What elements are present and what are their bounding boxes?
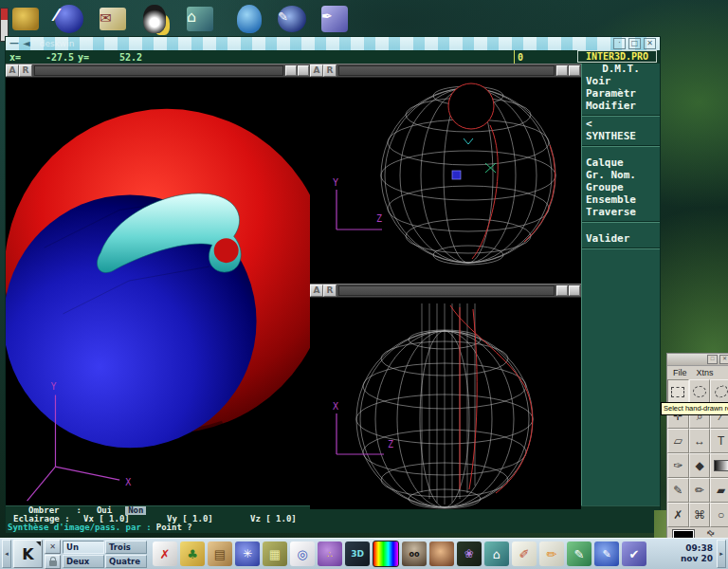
kde-sphere-icon[interactable] <box>53 4 85 34</box>
nav-wheel-icon[interactable] <box>235 541 260 566</box>
package-box-icon[interactable] <box>9 4 42 34</box>
blue-ant-icon[interactable] <box>233 4 265 34</box>
mail-stamp-icon[interactable] <box>97 4 129 34</box>
doc-viewer-icon[interactable] <box>290 541 315 566</box>
gradient-icon[interactable] <box>373 541 399 567</box>
side-axes <box>337 190 382 229</box>
viewport-win-button[interactable] <box>298 65 309 76</box>
3d-logo-icon[interactable] <box>345 541 370 566</box>
panel-hide-right-button[interactable]: ▸ <box>717 540 726 568</box>
toolbox-maximize-button[interactable]: □ <box>707 355 718 364</box>
tux-files-icon[interactable] <box>138 4 171 34</box>
package-box-glyph <box>12 8 39 30</box>
shade-icon[interactable]: — <box>9 39 19 48</box>
flowers-icon[interactable] <box>457 541 482 566</box>
image-viewer-icon[interactable] <box>429 541 454 566</box>
vz-value[interactable]: Vz [ 1.0] <box>250 515 334 523</box>
viewport-drag-bar[interactable] <box>338 65 555 76</box>
notebook-icon[interactable] <box>567 541 592 566</box>
notes-check-icon[interactable] <box>622 541 646 566</box>
airbrush-tool[interactable]: ✗ <box>667 503 689 527</box>
file-cabinet-icon[interactable] <box>208 541 232 566</box>
menu-item-modifier[interactable]: Modifier <box>582 101 660 113</box>
viewport-r-button[interactable]: R <box>19 64 32 77</box>
viewport-shaded: A R <box>6 64 310 505</box>
viewport-drag-bar[interactable] <box>338 285 555 296</box>
clone-tool[interactable]: ⌘ <box>689 503 711 527</box>
rect-select-icon <box>671 387 684 397</box>
rect-select-tool[interactable] <box>667 379 689 404</box>
toolbox-titlebar[interactable]: □ ✕ <box>667 354 728 366</box>
ellipse-select-tool[interactable] <box>689 379 711 404</box>
side-view-canvas[interactable]: Y Z <box>310 78 581 284</box>
viewport-win-button[interactable] <box>556 65 568 76</box>
flip-tool[interactable]: ↔ <box>689 429 711 453</box>
color-picker-tool[interactable]: ✑ <box>667 453 689 478</box>
toolbox-menu-xtns[interactable]: Xtns <box>697 368 714 377</box>
synthese-question-label: Synthèse d'image/pass. par : <box>8 523 152 532</box>
minimize-button[interactable]: · <box>613 38 626 49</box>
globe-draw-icon[interactable] <box>594 541 619 566</box>
pencil-tool[interactable]: ✎ <box>667 478 689 503</box>
pager-desktop-4[interactable]: Quatre <box>105 555 147 568</box>
desktop-pager: Un Trois Deux Quatre <box>63 541 147 568</box>
maximize-button[interactable]: □ <box>628 38 641 49</box>
top-axis-h-label: Z <box>388 439 393 450</box>
viewport-a-button[interactable]: A <box>6 64 19 77</box>
lock-screen-button[interactable] <box>45 555 61 569</box>
green-marker <box>485 163 496 173</box>
pager-desktop-1[interactable]: Un <box>63 541 104 554</box>
viewport-win-button[interactable] <box>285 65 297 76</box>
panel-hide-left-button[interactable]: ◂ <box>2 540 11 568</box>
window-list-button[interactable]: ✕ <box>45 540 61 554</box>
top-view-canvas[interactable]: X Z <box>310 298 581 509</box>
gradient-icon <box>714 460 728 471</box>
viewport-win-button[interactable] <box>556 285 568 296</box>
pencil-icon[interactable] <box>539 541 564 566</box>
wireframe-column: A R <box>310 64 581 505</box>
close-button[interactable]: ✕ <box>644 38 656 49</box>
viewport-win-button[interactable] <box>569 65 580 76</box>
menu-item-valider[interactable]: Valider <box>582 233 660 246</box>
bucket-fill-tool[interactable]: ◆ <box>689 453 711 478</box>
viewport-a-button[interactable]: A <box>310 284 323 297</box>
pin-icon[interactable]: ◄ <box>23 39 30 48</box>
viewport-r-button[interactable]: R <box>323 284 337 297</box>
convolve-tool[interactable]: ○ <box>710 503 728 527</box>
kview-icon[interactable] <box>153 541 177 566</box>
menu-separator <box>582 248 660 249</box>
transform-tool[interactable]: ▱ <box>667 429 689 453</box>
clock-time: 09:38 <box>681 543 713 554</box>
k-menu-button[interactable]: K <box>13 540 43 568</box>
desktop-palm-icon[interactable] <box>180 541 205 566</box>
pager-desktop-3[interactable]: Trois <box>105 541 147 554</box>
menu-item-synthese[interactable]: SYNTHESE <box>582 131 660 143</box>
toolbox-menu-file[interactable]: File <box>673 368 687 377</box>
molecule-icon[interactable] <box>318 541 342 566</box>
y-label: y= <box>78 52 89 63</box>
menu-item-traverse[interactable]: Traverse <box>582 207 660 219</box>
side-axis-h-label: Z <box>376 213 382 224</box>
drafting-icon[interactable] <box>512 541 537 566</box>
note-pen-icon[interactable] <box>318 4 351 34</box>
text-tool[interactable]: T <box>710 429 728 453</box>
viewport-drag-bar[interactable] <box>34 65 283 76</box>
blend-tool[interactable] <box>710 453 728 478</box>
free-select-tool[interactable] <box>710 379 728 404</box>
home-glyph <box>187 7 213 31</box>
shaded-view-canvas[interactable]: Y X <box>6 78 310 505</box>
window-titlebar[interactable]: — ◄ deskwin · □ ✕ <box>6 37 660 50</box>
viewport-r-button[interactable]: R <box>323 64 337 77</box>
home-builder-icon[interactable] <box>184 4 216 34</box>
viewport-a-button[interactable]: A <box>310 64 323 77</box>
package-icon[interactable] <box>263 541 287 566</box>
viewport-side-header: A R <box>310 64 581 78</box>
paintbrush-tool[interactable]: ✏ <box>689 478 711 503</box>
viewport-win-button[interactable] <box>569 285 580 296</box>
pager-desktop-2[interactable]: Deux <box>63 555 104 568</box>
home-paint-icon[interactable] <box>484 541 509 566</box>
eraser-tool[interactable]: ▰ <box>710 478 728 503</box>
gimp-wilber-icon[interactable] <box>402 541 427 566</box>
toolbox-close-button[interactable]: ✕ <box>719 355 728 364</box>
web-pen-icon[interactable] <box>276 4 308 34</box>
